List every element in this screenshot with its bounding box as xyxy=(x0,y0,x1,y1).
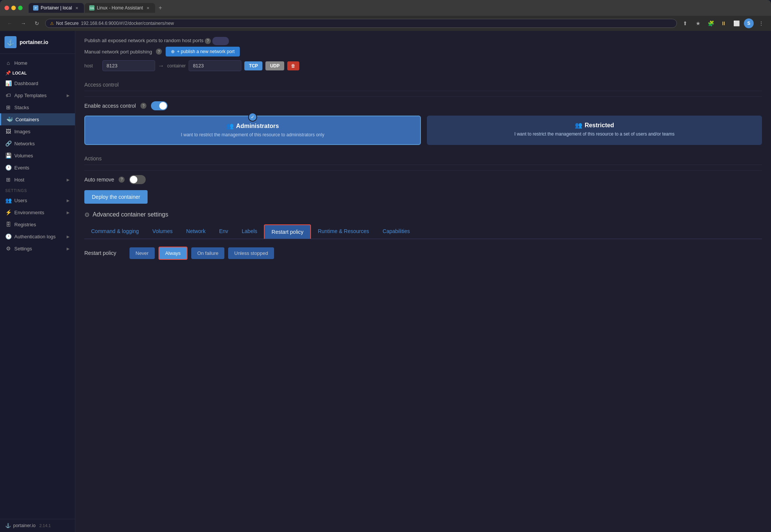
policy-unless-stopped-button[interactable]: Unless stopped xyxy=(228,247,274,259)
pin-icon: 📌 xyxy=(5,70,11,76)
sidebar-label-events: Events xyxy=(14,165,29,171)
enable-access-label: Enable access control xyxy=(84,103,136,109)
sidebar-navigation: ⌂ Home 📌 LOCAL 📊 Dashboard 🏷 App Templat… xyxy=(0,54,75,519)
content-area: Publish all exposed network ports to ran… xyxy=(75,31,771,266)
auth-logs-icon: 🕐 xyxy=(5,233,11,239)
dashboard-icon: 📊 xyxy=(5,80,11,86)
tab-volumes[interactable]: Volumes xyxy=(146,224,180,239)
sidebar-item-networks[interactable]: 🔗 Networks xyxy=(0,137,75,149)
back-button[interactable]: ← xyxy=(5,18,15,29)
sidebar-item-environments[interactable]: ⚡ Environments ▶ xyxy=(0,206,75,218)
sidebar-item-containers[interactable]: 🐳 Containers xyxy=(0,113,75,125)
tab-network[interactable]: Network xyxy=(180,224,212,239)
delete-port-button[interactable]: 🗑 xyxy=(287,61,299,70)
sidebar-item-users[interactable]: 👥 Users ▶ xyxy=(0,194,75,206)
tab-labels[interactable]: Labels xyxy=(235,224,264,239)
close-window-button[interactable] xyxy=(5,6,9,10)
sidebar-item-registries[interactable]: 🗄 Registries xyxy=(0,218,75,230)
port-row: host → container TCP UDP 🗑 xyxy=(84,60,762,71)
sidebar-label-home: Home xyxy=(14,60,27,66)
sidebar-item-images[interactable]: 🖼 Images xyxy=(0,125,75,137)
sidebar-label-users: Users xyxy=(14,198,27,203)
sidebar-item-host[interactable]: ⊞ Host ▶ xyxy=(0,174,75,186)
footer-logo: ⚓ portainer.io 2.14.1 xyxy=(5,523,51,528)
publish-all-note: Publish all exposed network ports to ran… xyxy=(84,37,762,45)
maximize-window-button[interactable] xyxy=(18,6,23,10)
restricted-card-title: Restricted xyxy=(585,122,614,129)
sidebar-item-auth-logs[interactable]: 🕐 Authentication logs ▶ xyxy=(0,230,75,242)
minimize-window-button[interactable] xyxy=(11,6,16,10)
tab-linux[interactable]: HA Linux - Home Assistant ✕ xyxy=(85,3,155,13)
restricted-icon: 👥 xyxy=(575,122,582,129)
app-container: ⚓ portainer.io ⌂ Home 📌 LOCAL 📊 Dashboar… xyxy=(0,31,771,532)
address-text: 192.168.64.6:9000/#!/2/docker/containers… xyxy=(81,21,174,26)
browser-actions: ⬆ ★ 🧩 ⏸ ⬜ S ⋮ xyxy=(680,18,766,29)
auto-remove-toggle[interactable] xyxy=(129,175,146,184)
sidebar-item-volumes[interactable]: 💾 Volumes xyxy=(0,149,75,162)
admin-card-title: Administrators xyxy=(236,123,279,130)
browser-chrome: P Portainer | local ✕ HA Linux - Home As… xyxy=(0,0,771,31)
expand-auth-icon: ▶ xyxy=(67,235,70,239)
enable-access-control-row: Enable access control ? xyxy=(84,101,762,110)
tab-capabilities[interactable]: Capabilities xyxy=(376,224,416,239)
advanced-settings-section: ⚙ Advanced container settings Command & … xyxy=(84,211,762,260)
more-options-button[interactable]: ⋮ xyxy=(756,18,766,29)
tcp-button[interactable]: TCP xyxy=(244,61,262,70)
share-button[interactable]: ⬆ xyxy=(680,18,690,29)
advanced-tabs-container: Command & logging Volumes Network Env La… xyxy=(84,224,762,239)
help-icon-publish-all[interactable]: ? xyxy=(205,38,211,44)
bookmark-button[interactable]: ★ xyxy=(693,18,703,29)
tab-portainer[interactable]: P Portainer | local ✕ xyxy=(29,3,84,13)
sidebar-footer: ⚓ portainer.io 2.14.1 xyxy=(0,519,75,532)
udp-button[interactable]: UDP xyxy=(265,61,284,70)
policy-always-button[interactable]: Always xyxy=(158,247,187,260)
deploy-container-button[interactable]: Deploy the container xyxy=(84,190,148,204)
tab-label-linux: Linux - Home Assistant xyxy=(97,5,143,11)
tab-runtime-resources[interactable]: Runtime & Resources xyxy=(311,224,376,239)
footer-logo-icon: ⚓ xyxy=(5,523,11,528)
host-icon: ⊞ xyxy=(5,177,11,183)
tab-close-linux[interactable]: ✕ xyxy=(145,5,151,11)
forward-button[interactable]: → xyxy=(18,18,29,29)
pause-button[interactable]: ⏸ xyxy=(718,18,729,29)
address-bar[interactable]: ⚠ Not Secure 192.168.64.6:9000/#!/2/dock… xyxy=(45,19,677,28)
expand-users-icon: ▶ xyxy=(67,198,70,203)
extensions-button[interactable]: 🧩 xyxy=(705,18,716,29)
sidebar-item-stacks[interactable]: ⊞ Stacks xyxy=(0,101,75,113)
sidebar-item-app-templates[interactable]: 🏷 App Templates ▶ xyxy=(0,89,75,101)
host-port-input[interactable] xyxy=(102,60,155,71)
sidebar-item-dashboard[interactable]: 📊 Dashboard xyxy=(0,77,75,89)
access-control-toggle[interactable] xyxy=(151,101,168,110)
port-publish-header: Manual network port publishing ? ⊕ + pub… xyxy=(84,47,762,56)
refresh-button[interactable]: ↻ xyxy=(32,18,42,29)
toggle-knob xyxy=(159,102,167,110)
actions-section: Actions Auto remove ? Deploy the contain… xyxy=(84,151,762,204)
sidebar-item-events[interactable]: 🕐 Events xyxy=(0,162,75,174)
expand-icon: ▶ xyxy=(67,93,70,98)
logo-icon: ⚓ xyxy=(5,36,17,48)
tab-env[interactable]: Env xyxy=(212,224,235,239)
administrators-card[interactable]: ✓ 👥 Administrators I want to restrict th… xyxy=(84,116,421,145)
policy-on-failure-button[interactable]: On failure xyxy=(191,247,224,259)
new-tab-button[interactable]: + xyxy=(156,3,165,12)
container-port-input[interactable] xyxy=(189,60,241,71)
help-icon-publish[interactable]: ? xyxy=(156,49,162,55)
check-mark-admin: ✓ xyxy=(248,113,257,122)
restricted-card[interactable]: 👥 Restricted I want to restrict the mana… xyxy=(427,116,762,145)
split-view-button[interactable]: ⬜ xyxy=(731,18,742,29)
help-icon-access[interactable]: ? xyxy=(140,103,146,109)
publish-new-port-button[interactable]: ⊕ + publish a new network port xyxy=(166,47,240,56)
tab-close-portainer[interactable]: ✕ xyxy=(74,5,79,11)
manual-publish-label: Manual network port publishing xyxy=(84,49,152,55)
sidebar-item-settings[interactable]: ⚙ Settings ▶ xyxy=(0,242,75,255)
footer-version: 2.14.1 xyxy=(39,523,51,528)
traffic-lights xyxy=(5,6,23,10)
tab-command-logging[interactable]: Command & logging xyxy=(84,224,146,239)
advanced-settings-label: Advanced container settings xyxy=(93,211,168,218)
sidebar-label-dashboard: Dashboard xyxy=(14,81,38,86)
help-icon-auto-remove[interactable]: ? xyxy=(119,177,125,183)
sidebar-item-home[interactable]: ⌂ Home xyxy=(0,57,75,69)
tab-restart-policy[interactable]: Restart policy xyxy=(264,224,311,239)
profile-button[interactable]: S xyxy=(744,18,754,28)
policy-never-button[interactable]: Never xyxy=(130,247,155,259)
